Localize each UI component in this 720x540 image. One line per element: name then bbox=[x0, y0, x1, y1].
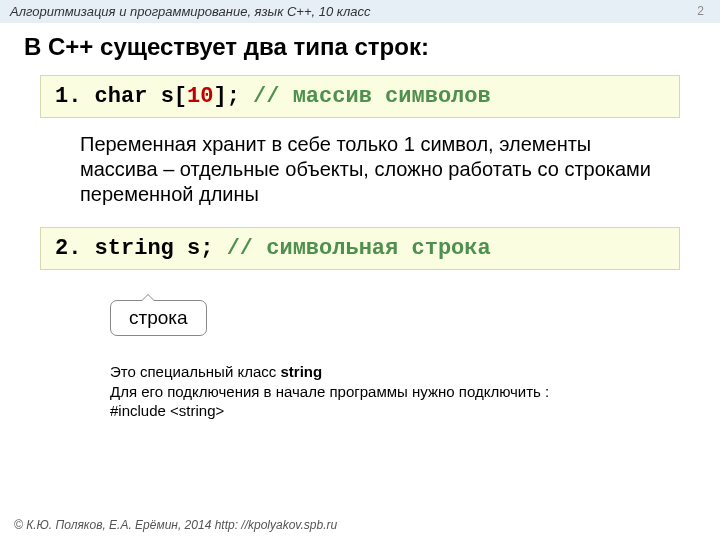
code1-kw: char bbox=[95, 84, 161, 109]
code1-num: 10 bbox=[187, 84, 213, 109]
code-box-1: 1. char s[10]; // массив символов bbox=[40, 75, 680, 118]
paragraph-1: Переменная хранит в себе только 1 символ… bbox=[80, 132, 660, 207]
code2-comment: // символьная строка bbox=[227, 236, 491, 261]
note-line-2: Для его подключения в начале программы н… bbox=[110, 382, 660, 402]
code1-gap bbox=[240, 84, 253, 109]
code2-kw: string bbox=[95, 236, 187, 261]
code-box-2: 2. string s; // символьная строка bbox=[40, 227, 680, 270]
note-line-1: Это специальный класс string bbox=[110, 362, 660, 382]
code1-comment: // массив символов bbox=[253, 84, 491, 109]
slide-title: В C++ существует два типа строк: bbox=[0, 23, 720, 71]
callout-wrap: строка bbox=[110, 284, 720, 344]
header-text: Алгоритмизация и программирование, язык … bbox=[10, 4, 370, 19]
note-block: Это специальный класс string Для его под… bbox=[110, 362, 660, 421]
code1-id: s bbox=[161, 84, 174, 109]
code1-lead: 1. bbox=[55, 84, 95, 109]
page-number: 2 bbox=[697, 4, 710, 19]
code2-gap bbox=[213, 236, 226, 261]
callout-box: строка bbox=[110, 300, 207, 336]
code1-br2: ]; bbox=[213, 84, 239, 109]
slide-footer: © К.Ю. Поляков, Е.А. Ерёмин, 2014 http: … bbox=[14, 518, 337, 532]
slide-header: Алгоритмизация и программирование, язык … bbox=[0, 0, 720, 23]
note-line-3: #include <string> bbox=[110, 401, 660, 421]
code2-id: s; bbox=[187, 236, 213, 261]
code1-br1: [ bbox=[174, 84, 187, 109]
note-l1a: Это специальный класс bbox=[110, 363, 280, 380]
note-l1b: string bbox=[280, 363, 322, 380]
code2-lead: 2. bbox=[55, 236, 95, 261]
